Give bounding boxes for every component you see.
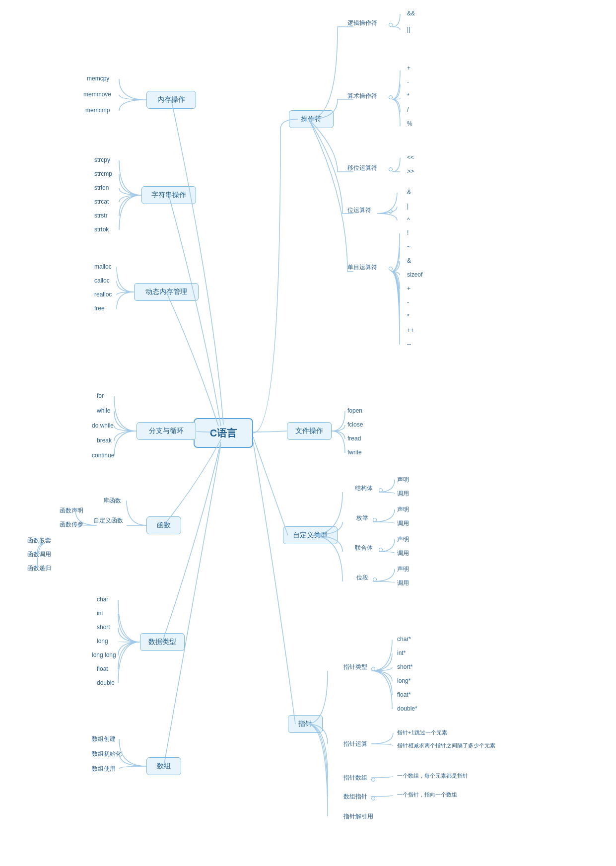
node-dyn-mem: 动态内存管理 xyxy=(134,283,199,301)
node-file-op: 文件操作 xyxy=(287,422,332,440)
node-unary-op: 单目运算符 xyxy=(347,263,377,272)
node-func: 函数 xyxy=(146,516,181,534)
center-label: C语言 xyxy=(210,427,237,440)
node-data-type: 数据类型 xyxy=(140,633,185,651)
node-logic-op: 逻辑操作符 xyxy=(347,19,377,27)
node-pointer: 指针 xyxy=(288,715,323,733)
center-node: C语言 xyxy=(194,418,253,448)
node-string-op: 字符串操作 xyxy=(141,186,196,204)
node-array: 数组 xyxy=(146,757,181,775)
node-branch-loop: 分支与循环 xyxy=(137,422,196,440)
node-shift-op: 移位运算符 xyxy=(347,164,377,172)
node-custom-type: 自定义类型 xyxy=(283,526,338,544)
node-bit-op: 位运算符 xyxy=(347,206,371,215)
node-memory-op: 内存操作 xyxy=(146,91,196,109)
node-arith-op: 算术操作符 xyxy=(347,92,377,100)
node-operators: 操作符 xyxy=(289,110,334,128)
